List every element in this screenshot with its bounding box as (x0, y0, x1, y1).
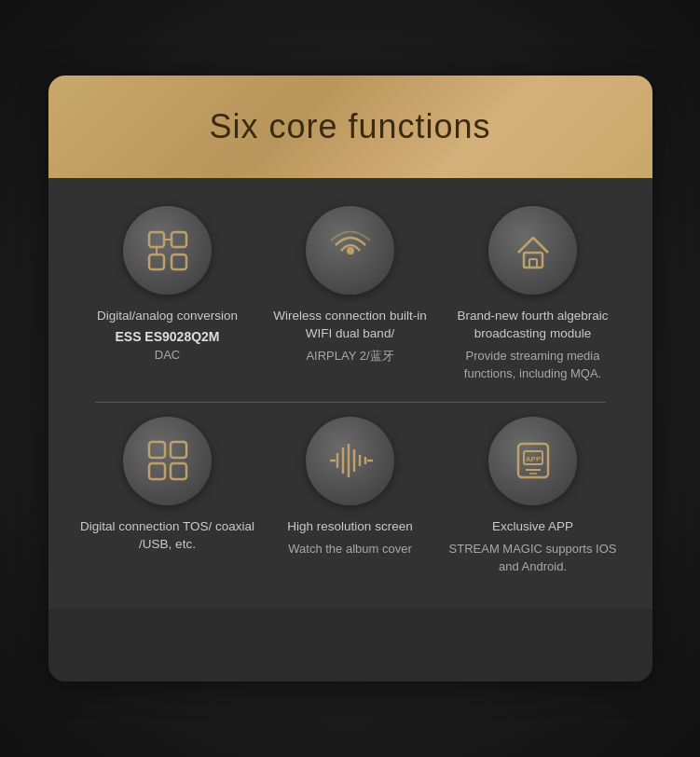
digital-title: Digital connection TOS/ coaxial /USB, et… (79, 518, 256, 554)
card-body: Digital/analog conversion ESS ES9028Q2M … (48, 178, 652, 609)
waveform-icon (326, 436, 375, 485)
wifi-subtitle: AIRPLAY 2/蓝牙 (306, 347, 393, 365)
svg-rect-10 (171, 442, 186, 458)
svg-rect-9 (149, 442, 165, 458)
connection-icon-circle (123, 417, 212, 505)
wifi-icon-circle (306, 206, 394, 295)
svg-rect-12 (171, 463, 186, 479)
main-card: Six core functions (48, 76, 652, 681)
svg-rect-8 (529, 259, 537, 268)
svg-rect-2 (149, 255, 164, 269)
feature-row-2: Digital connection TOS/ coaxial /USB, et… (76, 407, 625, 590)
svg-rect-11 (149, 463, 165, 479)
svg-text:APP: APP (525, 455, 541, 463)
feature-dac: Digital/analog conversion ESS ES9028Q2M … (79, 206, 256, 364)
feature-broadcast: Brand-new fourth algebraic broadcasting … (445, 206, 622, 383)
feature-app: APP Exclusive APP STREAM MAGIC supports … (445, 417, 622, 576)
svg-point-6 (347, 247, 354, 255)
svg-rect-3 (172, 255, 186, 269)
waveform-icon-circle (306, 417, 394, 505)
card-header: Six core functions (48, 76, 652, 178)
feature-row-1: Digital/analog conversion ESS ES9028Q2M … (76, 197, 625, 397)
row-divider (95, 402, 606, 403)
page-background: Six core functions (0, 0, 700, 757)
app-subtitle: STREAM MAGIC supports IOS and Android. (445, 540, 622, 576)
dac-icon (144, 227, 192, 275)
feature-wifi: Wireless connection built-in WIFI dual b… (262, 206, 439, 365)
dac-icon-circle (123, 206, 212, 295)
screen-subtitle: Watch the album cover (288, 540, 411, 558)
app-title: Exclusive APP (492, 518, 573, 536)
connection-icon (144, 436, 192, 485)
svg-rect-1 (172, 232, 186, 247)
broadcast-title: Brand-new fourth algebraic broadcasting … (445, 308, 622, 343)
app-icon: APP (509, 436, 557, 485)
wifi-icon (326, 227, 375, 275)
dac-title: Digital/analog conversion (97, 308, 238, 325)
feature-screen: High resolution screen Watch the album c… (262, 417, 439, 557)
svg-rect-0 (149, 232, 164, 247)
wifi-title: Wireless connection built-in WIFI dual b… (262, 308, 439, 343)
page-title: Six core functions (209, 107, 490, 146)
dac-highlight: ESS ES9028Q2M (115, 329, 219, 344)
home-icon (509, 227, 557, 275)
dac-subtitle: DAC (155, 346, 180, 365)
app-icon-circle: APP (488, 417, 577, 505)
screen-title: High resolution screen (287, 518, 412, 536)
home-icon-circle (488, 206, 577, 295)
feature-digital: Digital connection TOS/ coaxial /USB, et… (79, 417, 256, 557)
broadcast-subtitle: Provide streaming media functions, inclu… (445, 347, 622, 383)
